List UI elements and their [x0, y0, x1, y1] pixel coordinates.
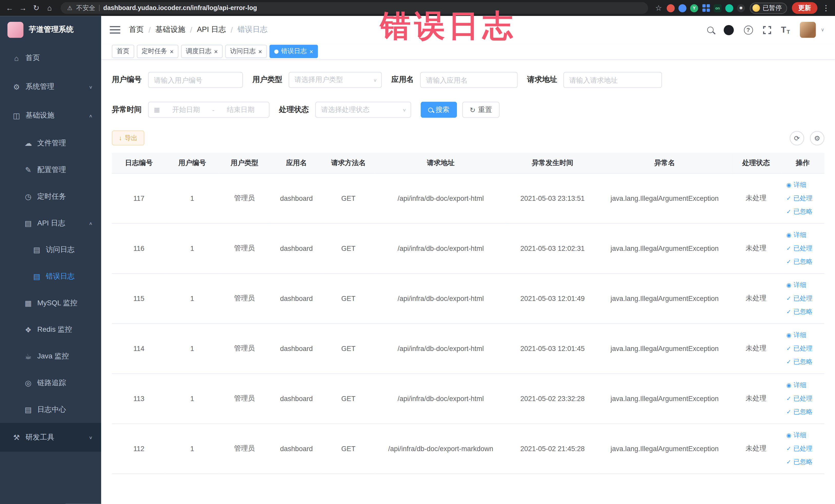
detail-action[interactable]: ◉详细: [786, 228, 824, 242]
close-tag-icon[interactable]: ×: [258, 48, 262, 55]
sidebar-item-devtools[interactable]: ⚒研发工具∨: [0, 423, 101, 451]
collapse-sidebar-icon[interactable]: [109, 26, 120, 34]
cell-actions: ◉详细✓已处理✓已忽略: [781, 173, 824, 223]
sidebar-item-log-center[interactable]: ▤日志中心: [0, 397, 101, 423]
view-tag[interactable]: 定时任务×: [137, 45, 178, 58]
font-size-icon[interactable]: TT: [781, 25, 790, 35]
detail-action[interactable]: ◉详细: [786, 379, 824, 392]
search-button[interactable]: 搜索: [421, 102, 457, 118]
view-tag[interactable]: 访问日志×: [225, 45, 267, 58]
extension-icon[interactable]: [702, 4, 710, 12]
close-tag-icon[interactable]: ×: [214, 48, 218, 55]
sidebar-item-error-log[interactable]: ▤错误日志: [0, 263, 101, 290]
process-status-select[interactable]: 请选择处理状态 ∨: [315, 102, 411, 118]
error-log-table: 日志编号用户编号用户类型应用名请求方法名请求地址异常发生时间异常名处理状态操作 …: [112, 153, 824, 474]
browser-chrome: ← → ↻ ⌂ ⚠ 不安全 dashboard.yudao.iocoder.cn…: [0, 0, 835, 16]
extension-icon[interactable]: [678, 4, 686, 12]
detail-action[interactable]: ◉详细: [786, 428, 824, 442]
sidebar-item-trace[interactable]: ◎链路追踪: [0, 370, 101, 397]
github-icon[interactable]: [724, 25, 733, 35]
extension-icon[interactable]: [667, 4, 675, 12]
table-row: 1161管理员dashboardGET/api/infra/db-doc/exp…: [112, 223, 824, 273]
sidebar-item-redis[interactable]: ❖Redis 监控: [0, 316, 101, 343]
back-icon[interactable]: ←: [5, 4, 14, 12]
mark-ignored-action[interactable]: ✓已忽略: [786, 355, 824, 368]
view-tag[interactable]: 错误日志×: [269, 45, 318, 58]
sidebar-item-java[interactable]: ☕Java 监控: [0, 343, 101, 370]
forward-icon[interactable]: →: [19, 4, 27, 12]
mark-ignored-action[interactable]: ✓已忽略: [786, 455, 824, 468]
cell-user-id: 1: [166, 423, 219, 473]
extension-icon[interactable]: ✱: [737, 4, 745, 12]
mark-processed-action[interactable]: ✓已处理: [786, 392, 824, 405]
reload-icon[interactable]: ↻: [32, 4, 40, 12]
cell-url: /api/infra/db-doc/export-markdown: [374, 423, 507, 473]
home-icon[interactable]: ⌂: [45, 4, 54, 12]
fullscreen-icon[interactable]: [763, 26, 771, 34]
mark-ignored-action[interactable]: ✓已忽略: [786, 205, 824, 218]
close-tag-icon[interactable]: ×: [309, 48, 313, 55]
detail-action[interactable]: ◉详细: [786, 328, 824, 342]
cell-app: dashboard: [270, 223, 322, 273]
bookmark-star-icon[interactable]: ☆: [655, 4, 662, 12]
sidebar-item-cron[interactable]: ◷定时任务: [0, 183, 101, 210]
mark-processed-action[interactable]: ✓已处理: [786, 442, 824, 455]
reset-button[interactable]: ↻ 重置: [462, 102, 500, 118]
detail-action[interactable]: ◉详细: [786, 278, 824, 292]
mark-processed-action[interactable]: ✓已处理: [786, 342, 824, 355]
help-icon[interactable]: ?: [744, 25, 753, 35]
chevron-down-icon[interactable]: ∨: [821, 27, 824, 33]
cell-status: 未处理: [731, 373, 781, 423]
column-settings-button[interactable]: ⚙: [810, 131, 824, 145]
export-button[interactable]: ↓ 导出: [112, 130, 144, 145]
sidebar-menu: ⌂首页⚙系统管理∨◫基础设施∧☁文件管理✎配置管理◷定时任务▤API 日志∧▤访…: [0, 44, 101, 451]
exception-time-range[interactable]: ▦ 开始日期 - 结束日期: [148, 102, 269, 118]
mark-processed-action[interactable]: ✓已处理: [786, 292, 824, 305]
detail-action[interactable]: ◉详细: [786, 178, 824, 191]
app-logo[interactable]: 芋道管理系统: [0, 16, 101, 44]
address-bar[interactable]: ⚠ 不安全 dashboard.yudao.iocoder.cn/infra/l…: [61, 2, 648, 14]
user-id-input[interactable]: [148, 72, 243, 88]
sidebar-item-config[interactable]: ✎配置管理: [0, 157, 101, 183]
home-icon: ⌂: [11, 54, 22, 62]
action-label: 已忽略: [793, 405, 813, 419]
app-name-input[interactable]: [420, 72, 518, 88]
mark-ignored-action[interactable]: ✓已忽略: [786, 255, 824, 268]
extension-icon[interactable]: on: [714, 4, 721, 12]
breadcrumb-item[interactable]: 基础设施: [156, 25, 185, 35]
sidebar-item-system[interactable]: ⚙系统管理∨: [0, 73, 101, 101]
extension-icon[interactable]: Y: [690, 4, 698, 12]
user-avatar[interactable]: [800, 22, 816, 38]
request-url-input[interactable]: [564, 72, 662, 88]
mark-ignored-action[interactable]: ✓已忽略: [786, 405, 824, 419]
sidebar-item-api-log[interactable]: ▤API 日志∧: [0, 210, 101, 237]
sidebar-item-file[interactable]: ☁文件管理: [0, 130, 101, 157]
search-icon[interactable]: [707, 27, 713, 33]
mark-processed-action[interactable]: ✓已处理: [786, 191, 824, 205]
sidebar-item-access-log[interactable]: ▤访问日志: [0, 237, 101, 263]
column-header: 应用名: [270, 153, 322, 173]
close-tag-icon[interactable]: ×: [170, 48, 174, 55]
breadcrumb-item[interactable]: API 日志: [197, 25, 226, 35]
column-header: 用户编号: [166, 153, 219, 173]
browser-menu-icon[interactable]: ⋮: [822, 4, 830, 12]
refresh-button[interactable]: ⟳: [790, 131, 804, 145]
user-type-select[interactable]: 请选择用户类型 ∨: [288, 72, 382, 88]
action-label: 已忽略: [793, 355, 813, 368]
sidebar-item-mysql[interactable]: ▦MySQL 监控: [0, 290, 101, 317]
sidebar-item-home[interactable]: ⌂首页: [0, 44, 101, 73]
cell-time: 2021-05-02 21:45:28: [507, 423, 598, 473]
breadcrumb-item[interactable]: 首页: [129, 25, 144, 35]
view-tag[interactable]: 调度日志×: [181, 45, 223, 58]
sidebar-item-infra[interactable]: ◫基础设施∧: [0, 101, 101, 130]
paused-badge[interactable]: 已暂停: [750, 2, 787, 14]
update-button[interactable]: 更新: [792, 2, 817, 14]
mark-processed-action[interactable]: ✓已处理: [786, 242, 824, 255]
mark-ignored-action[interactable]: ✓已忽略: [786, 305, 824, 318]
view-tag[interactable]: 首页: [112, 45, 134, 58]
sidebar-item-label: 基础设施: [26, 111, 55, 120]
check-icon: ✓: [786, 442, 791, 455]
security-label: 不安全: [76, 3, 95, 12]
column-header: 操作: [781, 153, 824, 173]
extension-icon[interactable]: [726, 4, 733, 12]
